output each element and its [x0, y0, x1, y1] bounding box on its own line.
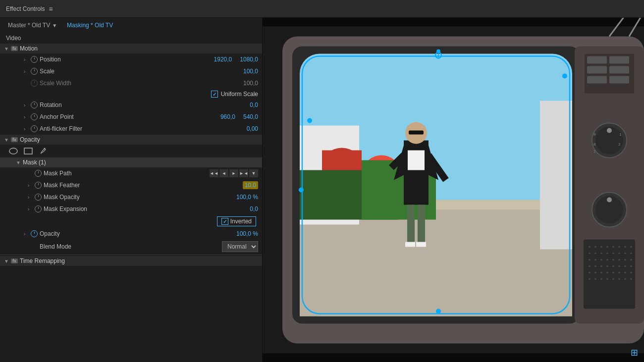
tab-masking[interactable]: Masking * Old TV	[63, 20, 117, 31]
svg-point-57	[600, 246, 602, 248]
svg-point-80	[594, 265, 596, 267]
scale-width-stopwatch[interactable]	[31, 80, 38, 87]
svg-rect-42	[609, 76, 629, 84]
mask-path-btn-prev[interactable]: ◄	[219, 169, 228, 177]
mask-path-btn-first[interactable]: ◄◄	[210, 169, 218, 177]
rect-mask-tool[interactable]	[23, 147, 34, 155]
svg-rect-24	[408, 151, 425, 170]
svg-rect-23	[416, 242, 426, 247]
anchor-y[interactable]: 540,0	[243, 113, 258, 120]
ellipse-mask-tool[interactable]	[8, 147, 19, 155]
scale-value[interactable]: 100,0	[243, 68, 258, 75]
time-remapping-header[interactable]: ▼ fx Time Remapping	[0, 256, 262, 266]
svg-point-67	[612, 253, 614, 255]
tab-master-label: Master * Old TV	[8, 22, 50, 29]
opacity-expand-arrow: ▼	[4, 137, 9, 143]
opacity-val-expand[interactable]: ›	[24, 231, 29, 237]
mask-opacity-stopwatch[interactable]	[35, 194, 42, 201]
mask-opacity-value[interactable]: 100,0 %	[236, 194, 258, 201]
opacity-group-header[interactable]: ▼ fx Opacity	[0, 135, 262, 145]
svg-point-79	[589, 265, 590, 267]
rotation-stopwatch[interactable]	[31, 102, 38, 108]
svg-rect-20	[407, 205, 415, 245]
position-y[interactable]: 1080,0	[240, 56, 258, 63]
inverted-row: ✓ Inverted	[0, 215, 262, 228]
tab-master[interactable]: Master * Old TV ▼	[4, 20, 61, 31]
fit-to-screen-icon[interactable]: ⊞	[631, 347, 638, 358]
svg-point-63	[589, 253, 590, 255]
svg-point-88	[594, 272, 596, 274]
anchor-label: Anchor Point	[40, 113, 216, 120]
separator-1	[0, 255, 262, 255]
svg-point-101	[624, 278, 626, 280]
anti-flicker-stopwatch[interactable]	[31, 125, 38, 132]
mask-expansion-expand[interactable]: ›	[28, 207, 33, 212]
svg-point-34	[436, 309, 441, 314]
inverted-checkbox-wrapper[interactable]: ✓ Inverted	[217, 216, 256, 226]
mask-path-btn-more[interactable]: ▼	[249, 169, 258, 177]
opacity-fx-badge: fx	[11, 137, 18, 142]
svg-point-95	[589, 278, 590, 280]
rotation-value[interactable]: 0,0	[250, 102, 258, 108]
time-remapping-expand: ▼	[4, 259, 9, 264]
mask-expansion-stopwatch[interactable]	[35, 206, 42, 212]
motion-label: Motion	[20, 45, 38, 52]
inverted-checkbox[interactable]: ✓	[221, 218, 228, 225]
mask-expansion-value[interactable]: 0,0	[250, 206, 258, 212]
svg-point-68	[618, 253, 620, 255]
mask-path-btn-play[interactable]: ►	[229, 169, 238, 177]
uniform-scale-checkbox-label[interactable]: ✓ Uniform Scale	[211, 91, 258, 98]
opacity-val-stopwatch[interactable]	[31, 230, 38, 237]
svg-point-29	[436, 50, 440, 53]
svg-point-94	[630, 272, 632, 274]
opacity-val-label: Opacity	[40, 230, 232, 237]
blend-mode-select[interactable]: Normal	[222, 241, 258, 252]
motion-fx-badge: fx	[11, 46, 18, 51]
motion-group-header[interactable]: ▼ fx Motion	[0, 44, 262, 53]
position-stopwatch[interactable]	[31, 56, 38, 63]
title-bar-menu-icon[interactable]: ≡	[49, 5, 53, 13]
scale-stopwatch[interactable]	[31, 68, 38, 75]
svg-point-84	[618, 265, 620, 267]
pen-mask-tool[interactable]	[38, 147, 49, 155]
svg-rect-11	[540, 101, 572, 250]
svg-text:9: 9	[593, 132, 596, 137]
mask-feather-expand[interactable]: ›	[28, 183, 33, 188]
mask1-expand[interactable]: ▼	[16, 160, 21, 165]
svg-point-33	[299, 188, 304, 193]
anti-flicker-value[interactable]: 0,00	[247, 125, 258, 132]
position-expand[interactable]: ›	[24, 57, 29, 62]
svg-point-59	[612, 246, 614, 248]
rotation-expand[interactable]: ›	[24, 103, 29, 108]
bottom-spacer	[0, 266, 262, 276]
tab-master-dropdown-icon[interactable]: ▼	[52, 23, 57, 28]
svg-rect-1	[24, 148, 32, 154]
motion-expand-arrow: ▼	[4, 46, 9, 52]
mask-path-stopwatch[interactable]	[35, 170, 42, 177]
mask-path-btn-next[interactable]: ►◄	[239, 169, 248, 177]
svg-point-99	[612, 278, 614, 280]
position-x[interactable]: 1920,0	[214, 56, 232, 63]
rotation-label: Rotation	[40, 102, 246, 108]
anti-flicker-expand[interactable]: ›	[24, 126, 29, 132]
svg-rect-39	[587, 66, 607, 74]
opacity-val-value[interactable]: 100,0 %	[236, 230, 258, 237]
svg-point-70	[630, 253, 632, 255]
mask-feather-value[interactable]: 10,0	[243, 181, 258, 189]
svg-point-76	[618, 259, 620, 261]
anchor-stopwatch[interactable]	[31, 113, 38, 120]
scale-width-value[interactable]: 100,0	[243, 80, 258, 87]
svg-point-31	[562, 74, 567, 79]
mask-opacity-expand[interactable]: ›	[28, 195, 33, 200]
time-remapping-label: Time Remapping	[20, 258, 65, 264]
mask-feather-stopwatch[interactable]	[35, 182, 42, 189]
svg-rect-37	[587, 56, 607, 64]
anchor-expand[interactable]: ›	[24, 114, 29, 120]
scale-expand[interactable]: ›	[24, 69, 29, 74]
mask1-header[interactable]: ▼ Mask (1)	[0, 157, 262, 167]
main-content: Master * Old TV ▼ Masking * Old TV Video…	[0, 18, 644, 362]
effects-list[interactable]: ▼ fx Motion › Position 1920,0 1080,0 › S…	[0, 44, 262, 362]
anchor-x[interactable]: 960,0	[220, 113, 235, 120]
title-bar-title: Effect Controls	[6, 5, 45, 12]
uniform-scale-checkbox[interactable]: ✓	[211, 91, 218, 98]
